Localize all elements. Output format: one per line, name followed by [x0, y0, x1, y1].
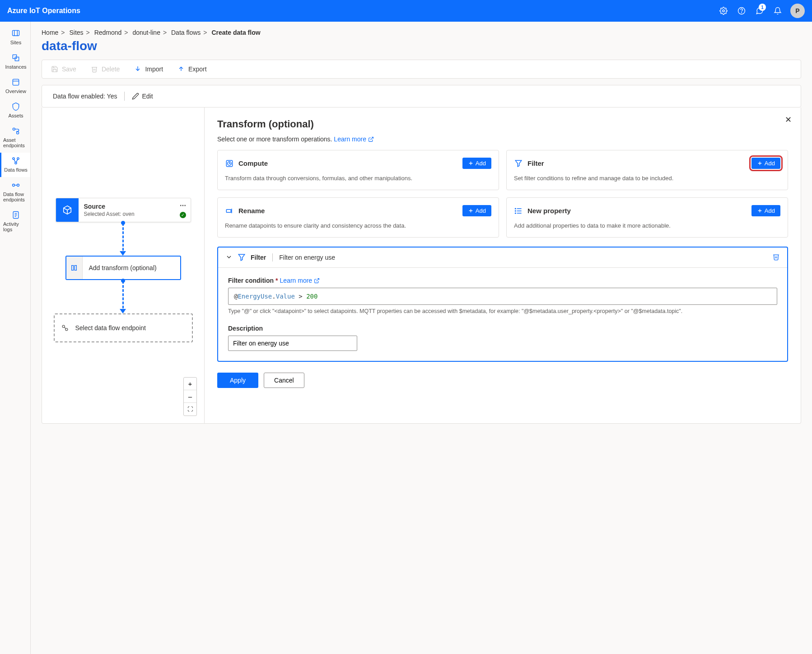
trash-icon[interactable]	[772, 253, 780, 262]
svg-point-12	[13, 184, 15, 187]
learn-more-link[interactable]: Learn more	[334, 135, 373, 143]
feedback-badge: 1	[759, 4, 766, 11]
transform-label: Add transform (optional)	[83, 264, 180, 271]
svg-rect-6	[13, 79, 19, 85]
delete-button[interactable]: Delete	[91, 65, 120, 73]
svg-point-13	[17, 184, 19, 187]
sidebar-item-instances[interactable]: Instances	[0, 50, 30, 74]
filter-card: Filter Add Set filter conditions to refi…	[506, 150, 788, 190]
transform-node[interactable]: Add transform (optional)	[65, 256, 181, 280]
filter-zone-name: Filter on energy use	[279, 254, 335, 261]
add-newprop-button[interactable]: Add	[751, 205, 780, 216]
card-title: Compute	[238, 159, 268, 167]
fit-button[interactable]: ⛶	[184, 403, 196, 416]
compute-icon	[225, 159, 234, 168]
endpoint-node[interactable]: Select data flow endpoint	[54, 313, 193, 342]
sidebar-item-activity-logs[interactable]: Activity logs	[0, 207, 30, 237]
transform-panel: ✕ Transform (optional) Select one or mor…	[205, 107, 801, 423]
svg-point-8	[17, 132, 19, 134]
filter-zone-title: Filter	[251, 254, 266, 261]
card-title: Rename	[238, 207, 265, 215]
svg-rect-22	[226, 209, 231, 212]
sidebar-item-sites[interactable]: Sites	[0, 25, 30, 50]
zoom-controls: + – ⛶	[183, 377, 197, 416]
apply-button[interactable]: Apply	[217, 373, 258, 388]
svg-rect-5	[15, 57, 19, 61]
rename-card: Rename Add Rename datapoints to ensure c…	[217, 197, 499, 238]
notification-icon[interactable]	[769, 2, 787, 20]
sidebar-label: Data flow endpoints	[3, 192, 28, 202]
sidebar-item-data-flow-endpoints[interactable]: Data flow endpoints	[0, 177, 30, 207]
breadcrumb-link[interactable]: Sites	[69, 29, 83, 36]
description-input[interactable]	[228, 336, 357, 351]
breadcrumb-link[interactable]: donut-line	[132, 29, 160, 36]
import-button[interactable]: Import	[134, 65, 163, 73]
save-button[interactable]: Save	[51, 65, 76, 73]
avatar[interactable]: P	[790, 4, 805, 18]
svg-rect-3	[13, 30, 19, 36]
filter-hint: Type "@" or click "<datapoint>" to selec…	[228, 308, 777, 316]
breadcrumb-current: Create data flow	[211, 29, 260, 36]
sidebar-item-assets[interactable]: Assets	[0, 98, 30, 123]
sidebar-label: Sites	[10, 40, 21, 45]
card-desc: Transform data through conversions, form…	[225, 174, 491, 182]
endpoint-label: Select data flow endpoint	[75, 324, 192, 332]
svg-point-23	[515, 208, 516, 209]
sidebar: Sites Instances Overview Assets Asset en…	[0, 22, 31, 654]
filter-editor: Filter Filter on energy use Filter condi…	[217, 247, 788, 362]
help-icon[interactable]	[733, 2, 751, 20]
svg-point-24	[515, 210, 516, 211]
status-label: Data flow enabled: Yes	[53, 93, 117, 100]
svg-point-2	[742, 12, 742, 13]
feedback-icon[interactable]: 1	[751, 2, 769, 20]
cube-icon	[56, 198, 79, 222]
sidebar-label: Activity logs	[3, 221, 28, 232]
panel-title: Transform (optional)	[217, 118, 788, 130]
source-title: Source	[84, 203, 185, 210]
add-filter-button[interactable]: Add	[751, 158, 780, 169]
transform-icon	[66, 257, 83, 279]
filter-condition-label: Filter condition * Learn more	[228, 277, 777, 284]
filter-condition-input[interactable]: @EnergyUse.Value > 200	[228, 288, 777, 305]
page-title: data-flow	[42, 39, 801, 53]
svg-line-19	[370, 137, 373, 140]
sidebar-label: Instances	[5, 64, 26, 70]
export-button[interactable]: Export	[177, 65, 206, 73]
main-content: Home> Sites> Redmond> donut-line> Data f…	[31, 22, 812, 654]
top-header: Azure IoT Operations 1 P	[0, 0, 812, 22]
connector-line	[122, 281, 124, 313]
sidebar-label: Data flows	[4, 167, 27, 173]
card-title: New property	[527, 207, 571, 215]
svg-rect-15	[72, 266, 74, 271]
svg-point-0	[723, 10, 725, 12]
status-bar: Data flow enabled: Yes Edit	[42, 85, 801, 107]
close-icon[interactable]: ✕	[785, 115, 792, 125]
breadcrumb-link[interactable]: Data flows	[171, 29, 201, 36]
sidebar-item-asset-endpoints[interactable]: Asset endpoints	[0, 123, 30, 153]
breadcrumb-link[interactable]: Redmond	[94, 29, 122, 36]
breadcrumb-link[interactable]: Home	[42, 29, 58, 36]
zoom-in-button[interactable]: +	[184, 378, 196, 390]
panel-subtitle: Select one or more transform operations.…	[217, 135, 788, 143]
settings-icon[interactable]	[714, 2, 733, 20]
workspace: Source Selected Asset: oven ⋯ ✓ Add tran…	[42, 107, 801, 424]
source-node[interactable]: Source Selected Asset: oven ⋯ ✓	[56, 198, 191, 222]
source-subtitle: Selected Asset: oven	[84, 211, 185, 217]
sidebar-item-overview[interactable]: Overview	[0, 74, 30, 98]
toolbar: Save Delete Import Export	[42, 60, 801, 79]
chevron-down-icon[interactable]	[225, 253, 233, 262]
edit-button[interactable]: Edit	[132, 93, 153, 100]
zoom-out-button[interactable]: –	[184, 390, 196, 403]
status-success-icon: ✓	[180, 212, 186, 218]
list-icon	[514, 206, 523, 215]
cancel-button[interactable]: Cancel	[264, 373, 304, 388]
description-label: Description	[228, 325, 777, 332]
add-rename-button[interactable]: Add	[462, 205, 491, 216]
add-compute-button[interactable]: Add	[462, 158, 491, 169]
more-icon[interactable]: ⋯	[180, 202, 186, 209]
filter-icon	[514, 159, 523, 168]
svg-line-26	[316, 279, 319, 281]
sidebar-item-data-flows[interactable]: Data flows	[0, 153, 30, 177]
brand-title: Azure IoT Operations	[7, 7, 714, 15]
learn-more-link[interactable]: Learn more	[280, 277, 320, 284]
